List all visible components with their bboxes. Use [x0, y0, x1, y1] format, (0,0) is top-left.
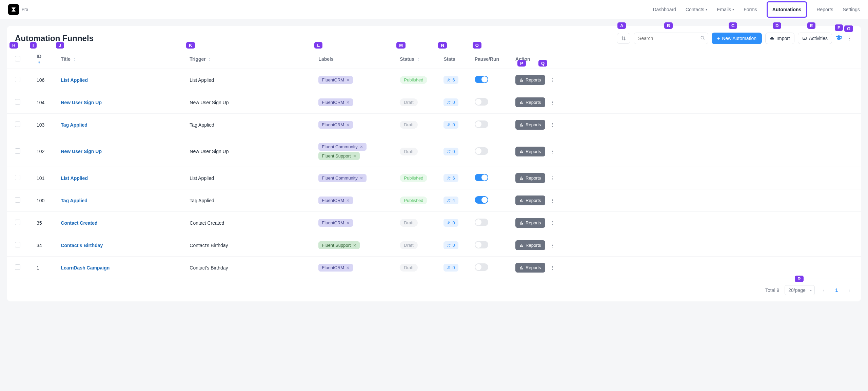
page-size-select[interactable]: 20/page ▾: [785, 285, 815, 295]
reports-button[interactable]: Reports: [515, 75, 545, 85]
automation-title-link[interactable]: Contact's Birthday: [61, 243, 103, 248]
reports-button[interactable]: Reports: [515, 240, 545, 250]
label-tag[interactable]: FluentCRM ✕: [318, 121, 353, 129]
remove-tag-icon[interactable]: ✕: [346, 198, 350, 203]
automation-title-link[interactable]: LearnDash Campaign: [61, 265, 110, 271]
stats-pill[interactable]: 0: [443, 148, 458, 155]
select-all-checkbox[interactable]: [15, 56, 20, 61]
row-more-button[interactable]: ⋮: [549, 98, 556, 107]
row-more-button[interactable]: ⋮: [549, 197, 556, 205]
remove-tag-icon[interactable]: ✕: [346, 100, 350, 105]
row-more-button[interactable]: ⋮: [549, 264, 556, 272]
reports-button[interactable]: Reports: [515, 263, 545, 273]
pause-run-toggle[interactable]: [475, 76, 488, 83]
label-tag[interactable]: FluentCRM ✕: [318, 219, 353, 227]
next-page-button[interactable]: ›: [846, 286, 853, 294]
row-checkbox[interactable]: [15, 99, 20, 105]
automation-title-link[interactable]: Tag Applied: [61, 122, 87, 128]
more-menu-button[interactable]: ⋮: [846, 34, 853, 42]
row-more-button[interactable]: ⋮: [549, 147, 556, 155]
activities-button[interactable]: Activities: [798, 33, 832, 44]
prev-page-button[interactable]: ‹: [820, 286, 827, 294]
row-more-button[interactable]: ⋮: [549, 76, 556, 84]
col-trigger-header[interactable]: Trigger: [190, 56, 205, 62]
sort-button[interactable]: [617, 33, 630, 44]
reports-button[interactable]: Reports: [515, 120, 545, 130]
reports-button[interactable]: Reports: [515, 97, 545, 107]
remove-tag-icon[interactable]: ✕: [360, 176, 363, 181]
nav-automations[interactable]: Automations: [767, 1, 807, 18]
row-more-button[interactable]: ⋮: [549, 174, 556, 182]
search-input[interactable]: [634, 33, 708, 44]
reports-button[interactable]: Reports: [515, 196, 545, 205]
stats-pill[interactable]: 6: [443, 76, 458, 84]
row-more-button[interactable]: ⋮: [549, 241, 556, 249]
row-checkbox[interactable]: [15, 242, 20, 247]
automation-title-link[interactable]: New User Sign Up: [61, 100, 102, 105]
pause-run-toggle[interactable]: [475, 263, 488, 271]
remove-tag-icon[interactable]: ✕: [346, 265, 350, 270]
automation-title-link[interactable]: Contact Created: [61, 220, 97, 226]
pause-run-toggle[interactable]: [475, 196, 488, 204]
nav-emails[interactable]: Emails ▾: [717, 1, 734, 18]
col-id-header[interactable]: ID: [37, 54, 41, 59]
automation-title-link[interactable]: List Applied: [61, 175, 88, 181]
stats-pill[interactable]: 0: [443, 264, 458, 272]
nav-dashboard[interactable]: Dashboard: [653, 1, 676, 18]
automation-title-link[interactable]: New User Sign Up: [61, 149, 102, 154]
row-more-button[interactable]: ⋮: [549, 219, 556, 227]
row-checkbox[interactable]: [15, 264, 20, 270]
pause-run-toggle[interactable]: [475, 147, 488, 155]
stats-pill[interactable]: 0: [443, 98, 458, 106]
row-checkbox[interactable]: [15, 197, 20, 203]
import-button[interactable]: Import: [765, 33, 794, 44]
remove-tag-icon[interactable]: ✕: [360, 145, 363, 149]
pause-run-toggle[interactable]: [475, 241, 488, 248]
remove-tag-icon[interactable]: ✕: [353, 154, 356, 159]
page-number[interactable]: 1: [833, 286, 841, 294]
col-title-header[interactable]: Title: [61, 56, 71, 62]
pause-run-toggle[interactable]: [475, 219, 488, 226]
row-checkbox[interactable]: [15, 175, 20, 180]
nav-forms[interactable]: Forms: [744, 1, 757, 18]
label-tag[interactable]: Fluent Community ✕: [318, 174, 366, 182]
remove-tag-icon[interactable]: ✕: [346, 123, 350, 127]
graduation-icon[interactable]: [835, 35, 842, 41]
new-automation-button[interactable]: + New Automation: [712, 33, 762, 44]
label-tag[interactable]: Fluent Community ✕: [318, 143, 366, 151]
pause-run-toggle[interactable]: [475, 98, 488, 106]
pause-run-toggle[interactable]: [475, 120, 488, 128]
label-tag[interactable]: FluentCRM ✕: [318, 98, 353, 106]
row-checkbox[interactable]: [15, 77, 20, 82]
label-tag[interactable]: Fluent Support ✕: [318, 152, 359, 160]
marker-l: L: [314, 42, 322, 49]
label-tag[interactable]: FluentCRM ✕: [318, 76, 353, 84]
stats-pill[interactable]: 6: [443, 174, 458, 182]
stats-pill[interactable]: 0: [443, 121, 458, 129]
reports-button[interactable]: Reports: [515, 173, 545, 183]
automation-title-link[interactable]: Tag Applied: [61, 198, 87, 203]
nav-settings[interactable]: Settings: [843, 1, 860, 18]
marker-a: A: [617, 22, 626, 29]
stats-pill[interactable]: 0: [443, 219, 458, 227]
label-tag[interactable]: FluentCRM ✕: [318, 264, 353, 272]
label-tag[interactable]: Fluent Support ✕: [318, 241, 359, 249]
col-status-header[interactable]: Status: [400, 56, 414, 62]
remove-tag-icon[interactable]: ✕: [346, 221, 350, 225]
nav-contacts[interactable]: Contacts ▾: [686, 1, 707, 18]
remove-tag-icon[interactable]: ✕: [353, 243, 356, 248]
row-checkbox[interactable]: [15, 122, 20, 127]
row-checkbox[interactable]: [15, 148, 20, 154]
remove-tag-icon[interactable]: ✕: [346, 78, 350, 82]
reports-button[interactable]: Reports: [515, 218, 545, 228]
row-checkbox[interactable]: [15, 220, 20, 225]
automation-title-link[interactable]: List Applied: [61, 77, 88, 83]
reports-button[interactable]: Reports: [515, 147, 545, 156]
marker-q: Q: [538, 60, 547, 67]
pause-run-toggle[interactable]: [475, 174, 488, 181]
nav-reports[interactable]: Reports: [816, 1, 833, 18]
stats-pill[interactable]: 0: [443, 241, 458, 249]
stats-pill[interactable]: 4: [443, 197, 458, 204]
label-tag[interactable]: FluentCRM ✕: [318, 197, 353, 204]
row-more-button[interactable]: ⋮: [549, 121, 556, 129]
